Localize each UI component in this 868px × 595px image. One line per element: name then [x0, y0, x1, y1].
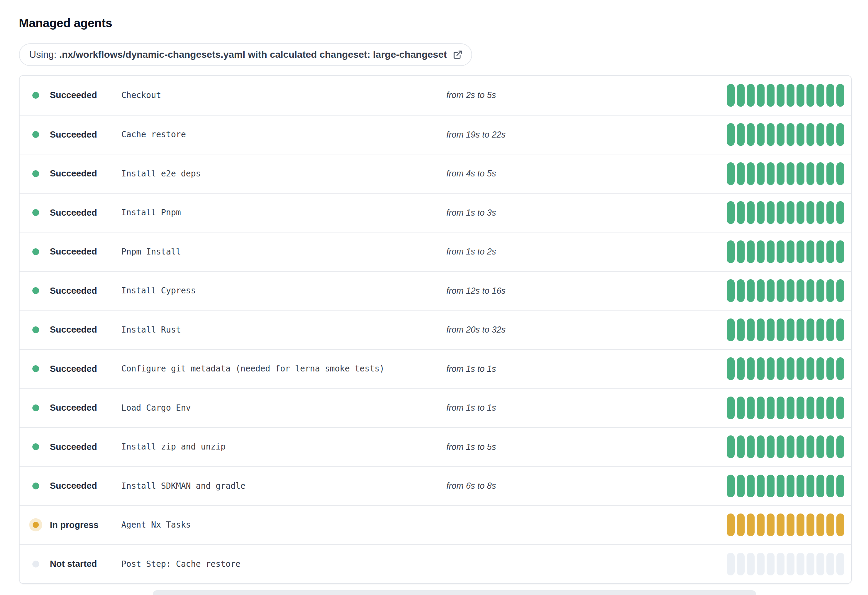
progress-segment [767, 162, 775, 185]
agent-row[interactable]: Succeeded Install Cypress from 12s to 16… [19, 271, 851, 310]
progress-segment [787, 357, 795, 380]
agent-row[interactable]: Not started Post Step: Cache restore [19, 544, 851, 583]
workflow-config-badge[interactable]: Using: .nx/workflows/dynamic-changesets.… [19, 43, 472, 66]
progress-bar [727, 435, 844, 458]
progress-bar [727, 514, 844, 536]
status-cell: Succeeded [19, 167, 121, 180]
progress-segment [747, 162, 755, 185]
progress-bar [727, 279, 844, 302]
progress-segment [757, 514, 765, 536]
progress-segment [776, 123, 785, 146]
progress-segment [806, 162, 815, 185]
status-dot [32, 404, 39, 411]
step-name: Pnpm Install [121, 247, 446, 256]
progress-bar [727, 240, 844, 263]
agent-row[interactable]: Succeeded Cache restore from 19s to 22s [19, 115, 851, 154]
progress-segment [747, 201, 755, 224]
status-cell: Succeeded [19, 245, 121, 258]
progress-segment [787, 201, 795, 224]
status-dot-halo [29, 518, 42, 531]
progress-segment [737, 397, 745, 419]
progress-segment [827, 435, 835, 458]
progress-segment [816, 123, 825, 146]
progress-bar [727, 553, 844, 576]
progress-segment [797, 357, 805, 380]
duration-range: from 2s to 5s [446, 90, 727, 100]
agent-row[interactable]: Succeeded Load Cargo Env from 1s to 1s [19, 388, 851, 427]
progress-segment [737, 84, 745, 107]
status-dot-halo [29, 323, 42, 336]
step-name: Install Cypress [121, 286, 446, 295]
progress-segment [836, 357, 844, 380]
status-label: Succeeded [50, 168, 97, 179]
step-name: Install Rust [121, 325, 446, 335]
status-dot-halo [29, 558, 42, 571]
progress-segment [827, 240, 835, 263]
progress-segment [737, 357, 745, 380]
progress-segment [747, 514, 755, 536]
agent-row[interactable]: Succeeded Pnpm Install from 1s to 2s [19, 232, 851, 271]
progress-segment [836, 514, 844, 536]
progress-segment [727, 279, 735, 302]
agent-row[interactable]: Succeeded Configure git metadata (needed… [19, 349, 851, 388]
progress-bar [727, 318, 844, 341]
status-cell: Succeeded [19, 480, 121, 493]
progress-segment [747, 357, 755, 380]
progress-segment [816, 435, 825, 458]
progress-segment [836, 553, 844, 576]
progress-segment [737, 240, 745, 263]
progress-segment [836, 84, 844, 107]
progress-segment [816, 357, 825, 380]
status-dot [32, 209, 39, 216]
progress-segment [757, 435, 765, 458]
status-label: Succeeded [50, 129, 97, 140]
progress-segment [827, 279, 835, 302]
progress-segment [806, 201, 815, 224]
progress-segment [836, 475, 844, 497]
status-label: Succeeded [50, 207, 97, 218]
status-dot-halo [29, 167, 42, 180]
progress-segment [757, 123, 765, 146]
agent-row[interactable]: Succeeded Install e2e deps from 4s to 5s [19, 154, 851, 193]
progress-segment [806, 318, 815, 341]
status-cell: Succeeded [19, 362, 121, 375]
agent-row[interactable]: Succeeded Install Rust from 20s to 32s [19, 310, 851, 349]
progress-segment [797, 279, 805, 302]
progress-segment [737, 123, 745, 146]
progress-bar [727, 397, 844, 419]
agent-row[interactable]: In progress Agent Nx Tasks [19, 505, 851, 545]
progress-segment [727, 357, 735, 380]
progress-segment [827, 397, 835, 419]
progress-segment [767, 397, 775, 419]
progress-segment [747, 84, 755, 107]
progress-segment [776, 240, 785, 263]
status-label: Not started [50, 558, 97, 569]
progress-segment [787, 397, 795, 419]
agent-row[interactable]: Succeeded Checkout from 2s to 5s [19, 75, 851, 115]
status-label: Succeeded [50, 442, 97, 452]
progress-segment [836, 279, 844, 302]
agent-row[interactable]: Succeeded Install SDKMAN and gradle from… [19, 466, 851, 505]
progress-segment [806, 514, 815, 536]
progress-segment [816, 318, 825, 341]
progress-segment [827, 553, 835, 576]
progress-segment [806, 357, 815, 380]
progress-bar [727, 201, 844, 224]
agent-row[interactable]: Succeeded Install Pnpm from 1s to 3s [19, 193, 851, 232]
step-name: Cache restore [121, 130, 446, 139]
status-dot-halo [29, 128, 42, 141]
status-label: Succeeded [50, 286, 97, 296]
step-name: Configure git metadata (needed for lerna… [121, 364, 446, 373]
status-cell: Not started [19, 558, 121, 571]
progress-segment [767, 435, 775, 458]
progress-segment [737, 201, 745, 224]
progress-segment [747, 240, 755, 263]
status-dot-halo [29, 362, 42, 375]
progress-segment [816, 162, 825, 185]
agent-row[interactable]: Succeeded Install zip and unzip from 1s … [19, 427, 851, 466]
progress-segment [827, 201, 835, 224]
status-label: Succeeded [50, 246, 97, 257]
duration-range: from 6s to 8s [446, 481, 727, 491]
progress-segment [727, 162, 735, 185]
page-title: Managed agents [19, 16, 868, 30]
